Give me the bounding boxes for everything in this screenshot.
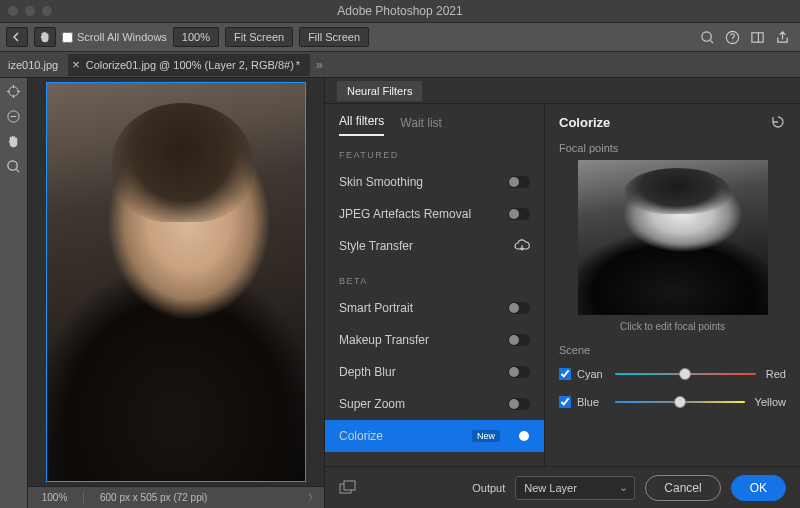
filter-jpeg-artefacts[interactable]: JPEG Artefacts Removal — [325, 198, 544, 230]
tab-overflow-icon[interactable]: » — [316, 58, 323, 72]
app-title: Adobe Photoshop 2021 — [337, 4, 462, 18]
filter-list-column: All filters Wait list FEATURED Skin Smoo… — [325, 104, 545, 466]
tab-dirty-indicator: * — [296, 59, 300, 71]
fill-screen-button[interactable]: Fill Screen — [299, 27, 369, 47]
focal-points-preview[interactable] — [578, 160, 768, 315]
slider-left-label: Cyan — [577, 368, 605, 380]
slider-blue-yellow-track[interactable] — [615, 392, 745, 412]
slider-left-label: Blue — [577, 396, 605, 408]
filter-colorize[interactable]: ColorizeNew — [325, 420, 544, 452]
filter-settings-column: Colorize Focal points Click to edit foca… — [545, 104, 800, 466]
section-beta: BETA — [325, 262, 544, 292]
toggle-smart-portrait[interactable] — [508, 302, 530, 314]
section-featured: FEATURED — [325, 136, 544, 166]
slider-cyan-red: Cyan Red — [559, 364, 786, 384]
cloud-download-icon[interactable] — [514, 239, 530, 253]
neural-filters-panel: Neural Filters All filters Wait list FEA… — [324, 78, 800, 508]
toggle-super-zoom[interactable] — [508, 398, 530, 410]
toggle-depth-blur[interactable] — [508, 366, 530, 378]
window-controls — [8, 6, 52, 16]
filter-depth-blur[interactable]: Depth Blur — [325, 356, 544, 388]
zoom-tool-icon[interactable] — [6, 159, 21, 174]
options-bar: Scroll All Windows 100% Fit Screen Fill … — [0, 22, 800, 52]
filter-category-tabs: All filters Wait list — [325, 104, 544, 136]
fit-screen-button[interactable]: Fit Screen — [225, 27, 293, 47]
document-canvas[interactable] — [46, 82, 306, 482]
cancel-button[interactable]: Cancel — [645, 475, 720, 501]
scene-label: Scene — [559, 344, 786, 356]
minimize-window-button[interactable] — [25, 6, 35, 16]
status-zoom[interactable]: 100% — [34, 492, 84, 503]
scroll-all-windows-checkbox[interactable]: Scroll All Windows — [62, 31, 167, 43]
filter-skin-smoothing[interactable]: Skin Smoothing — [325, 166, 544, 198]
help-icon[interactable] — [725, 30, 740, 45]
workspace-icon[interactable] — [750, 30, 765, 45]
svg-rect-7 — [344, 481, 355, 490]
scroll-all-label: Scroll All Windows — [77, 31, 167, 43]
back-button[interactable] — [6, 27, 28, 47]
svg-rect-2 — [752, 32, 763, 41]
toggle-jpeg-artefacts[interactable] — [508, 208, 530, 220]
output-label: Output — [472, 482, 505, 494]
status-bar: 100% 600 px x 505 px (72 ppi) 〉 — [28, 486, 324, 508]
tab-close-icon[interactable]: × — [72, 57, 80, 72]
slider-blue-yellow: Blue Yellow — [559, 392, 786, 412]
toggle-makeup-transfer[interactable] — [508, 334, 530, 346]
panel-footer: Output New Layer Cancel OK — [325, 466, 800, 508]
new-badge: New — [472, 430, 500, 442]
layer-preview-icon[interactable] — [339, 480, 357, 496]
close-window-button[interactable] — [8, 6, 18, 16]
tools-panel — [0, 78, 28, 508]
slider-cyan-red-track[interactable] — [615, 364, 756, 384]
toggle-skin-smoothing[interactable] — [508, 176, 530, 188]
svg-point-0 — [702, 31, 711, 40]
remove-tool-icon[interactable] — [6, 109, 21, 124]
document-tab-inactive[interactable]: ize010.jpg — [4, 54, 68, 76]
slider-right-label: Red — [766, 368, 786, 380]
slider-blue-yellow-checkbox[interactable] — [559, 396, 571, 408]
filter-makeup-transfer[interactable]: Makeup Transfer — [325, 324, 544, 356]
crosshair-tool-icon[interactable] — [6, 84, 21, 99]
filter-style-transfer[interactable]: Style Transfer — [325, 230, 544, 262]
slider-cyan-red-checkbox[interactable] — [559, 368, 571, 380]
slider-right-label: Yellow — [755, 396, 786, 408]
ok-button[interactable]: OK — [731, 475, 786, 501]
svg-point-5 — [8, 161, 17, 170]
document-tabs: ize010.jpg ×Colorize01.jpg @ 100% (Layer… — [0, 52, 800, 78]
settings-title: Colorize — [559, 115, 610, 130]
hand-tool-icon[interactable] — [34, 27, 56, 47]
maximize-window-button[interactable] — [42, 6, 52, 16]
svg-point-3 — [9, 87, 18, 96]
status-dimensions: 600 px x 505 px (72 ppi) — [96, 492, 207, 503]
focal-points-label: Focal points — [559, 142, 786, 154]
search-icon[interactable] — [700, 30, 715, 45]
output-select[interactable]: New Layer — [515, 476, 635, 500]
filter-super-zoom[interactable]: Super Zoom — [325, 388, 544, 420]
tab-wait-list[interactable]: Wait list — [400, 116, 442, 136]
reset-icon[interactable] — [770, 114, 786, 130]
toggle-colorize[interactable] — [508, 430, 530, 442]
canvas-area: 100% 600 px x 505 px (72 ppi) 〉 — [28, 78, 324, 508]
tab-label: Colorize01.jpg @ 100% (Layer 2, RGB/8#) — [86, 59, 294, 71]
status-menu-icon[interactable]: 〉 — [308, 491, 318, 505]
panel-tab-neural-filters[interactable]: Neural Filters — [337, 81, 422, 101]
filter-smart-portrait[interactable]: Smart Portrait — [325, 292, 544, 324]
focal-points-caption: Click to edit focal points — [559, 321, 786, 332]
titlebar: Adobe Photoshop 2021 — [0, 0, 800, 22]
hand-tool-icon[interactable] — [6, 134, 21, 149]
tab-all-filters[interactable]: All filters — [339, 114, 384, 136]
panel-tabs: Neural Filters — [325, 78, 800, 104]
document-tab-active[interactable]: ×Colorize01.jpg @ 100% (Layer 2, RGB/8#)… — [68, 54, 310, 76]
zoom-level-field[interactable]: 100% — [173, 27, 219, 47]
tab-label: ize010.jpg — [8, 59, 58, 71]
share-icon[interactable] — [775, 30, 790, 45]
